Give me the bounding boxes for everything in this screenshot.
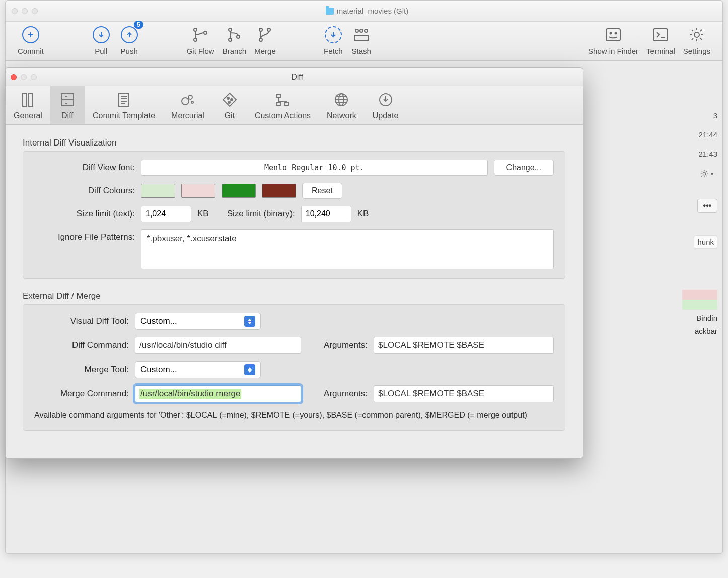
font-label: Diff View font: (34, 163, 135, 173)
svg-point-3 (229, 28, 232, 31)
tab-update[interactable]: Update (365, 86, 407, 124)
traffic-lights (11, 74, 37, 80)
colours-label: Diff Colours: (34, 186, 135, 196)
bg-text: 21:43 (698, 150, 717, 158)
branch-button[interactable]: Branch (221, 25, 249, 55)
bg-text: 3 (713, 111, 717, 120)
colour-swatch-added-dark[interactable] (222, 184, 256, 198)
svg-rect-21 (119, 93, 129, 106)
merge-command-value: /usr/local/bin/studio merge (139, 389, 241, 399)
bg-text: 21:44 (698, 130, 717, 139)
size-text-label: Size limit (text): (34, 209, 135, 219)
colour-swatch-removed-dark[interactable] (262, 184, 296, 198)
mercurial-icon (179, 91, 197, 108)
svg-rect-28 (276, 94, 280, 97)
pull-label: Pull (95, 47, 107, 55)
show-in-finder-button[interactable]: Show in Finder (586, 25, 640, 55)
chevron-updown-icon (244, 316, 255, 327)
actions-icon (273, 91, 292, 108)
svg-point-23 (188, 95, 192, 99)
finder-label: Show in Finder (588, 47, 638, 55)
external-diff-panel: Visual Diff Tool: Custom... Diff Command… (23, 304, 565, 431)
push-label: Push (121, 47, 138, 55)
svg-point-4 (229, 38, 232, 41)
fetch-label: Fetch (324, 47, 343, 55)
settings-button[interactable]: Settings (681, 25, 712, 55)
tab-mercurial[interactable]: Mercurial (163, 86, 212, 124)
stash-label: Stash (352, 47, 371, 55)
svg-point-10 (360, 29, 363, 32)
commit-button[interactable]: Commit (16, 25, 46, 55)
prefs-titlebar: Diff (6, 68, 583, 86)
change-font-button[interactable]: Change... (494, 160, 554, 176)
size-text-input[interactable] (141, 206, 191, 222)
tab-label: Custom Actions (255, 111, 311, 120)
svg-point-27 (228, 101, 230, 103)
svg-rect-29 (276, 102, 280, 105)
tab-commit-template[interactable]: Commit Template (85, 86, 163, 124)
tab-diff[interactable]: Diff (50, 86, 85, 124)
tab-label: Git (225, 111, 235, 120)
colour-swatch-removed-light[interactable] (181, 184, 215, 198)
merge-command-input[interactable]: /usr/local/bin/studio merge (135, 385, 301, 402)
git-icon (221, 91, 239, 108)
diff-icon (58, 91, 77, 108)
svg-rect-19 (29, 93, 33, 106)
prefs-tabs: General Diff Commit Template Mercurial G… (6, 86, 583, 125)
terminal-button[interactable]: Terminal (644, 25, 677, 55)
stash-button[interactable]: Stash (349, 25, 374, 55)
help-text: Available command arguments for 'Other':… (34, 409, 554, 421)
commit-label: Commit (18, 47, 44, 55)
merge-button[interactable]: Merge (252, 25, 278, 55)
tab-label: General (14, 111, 42, 120)
zoom-icon[interactable] (32, 8, 38, 14)
visual-diff-label: Visual Diff Tool: (34, 316, 129, 326)
visual-diff-select[interactable]: Custom... (135, 313, 261, 330)
ignore-patterns-input[interactable] (141, 229, 554, 269)
size-bin-input[interactable] (301, 206, 351, 222)
tab-git[interactable]: Git (212, 86, 247, 124)
svg-point-8 (267, 28, 270, 31)
main-titlebar: material_movies (Git) (6, 1, 722, 22)
prefs-body: Internal Diff Visualization Diff View fo… (6, 125, 583, 458)
merge-command-label: Merge Command: (34, 389, 129, 399)
svg-point-26 (231, 99, 233, 101)
terminal-label: Terminal (646, 47, 675, 55)
tab-label: Update (373, 111, 399, 120)
font-display: Menlo Regular 10.0 pt. (141, 160, 488, 176)
merge-tool-select[interactable]: Custom... (135, 361, 261, 378)
minimize-icon[interactable] (22, 8, 28, 14)
zoom-icon[interactable] (31, 74, 37, 80)
svg-point-1 (194, 38, 197, 41)
svg-rect-12 (606, 29, 620, 41)
reset-colours-button[interactable]: Reset (302, 183, 342, 199)
minimize-icon[interactable] (21, 74, 27, 80)
tab-custom-actions[interactable]: Custom Actions (247, 86, 319, 124)
chevron-updown-icon (244, 364, 255, 375)
svg-point-24 (191, 101, 193, 103)
merge-arguments-input[interactable] (374, 385, 554, 402)
close-icon[interactable] (11, 74, 17, 80)
push-button[interactable]: Push (117, 25, 141, 55)
svg-rect-18 (23, 93, 27, 106)
tab-label: Commit Template (93, 111, 155, 120)
bg-text: Bindin (696, 314, 717, 322)
close-icon[interactable] (12, 8, 18, 14)
internal-diff-panel: Diff View font: Menlo Regular 10.0 pt. C… (23, 151, 565, 279)
svg-point-16 (694, 32, 699, 37)
bg-gear-dropdown[interactable]: ▾ (700, 169, 713, 178)
svg-point-0 (194, 28, 197, 31)
more-icon[interactable]: ••• (697, 199, 717, 213)
tab-general[interactable]: General (6, 86, 50, 124)
fetch-button[interactable]: Fetch (321, 25, 345, 55)
gitflow-label: Git Flow (187, 47, 214, 55)
settings-label: Settings (683, 47, 710, 55)
diff-command-input[interactable] (135, 337, 301, 354)
window-title-text: material_movies (Git) (337, 7, 409, 15)
gitflow-button[interactable]: Git Flow (185, 25, 216, 55)
diff-arguments-input[interactable] (374, 337, 554, 354)
pull-button[interactable]: Pull (89, 25, 113, 55)
hunk-button[interactable]: hunk (694, 235, 717, 249)
colour-swatch-added-light[interactable] (141, 184, 175, 198)
tab-network[interactable]: Network (319, 86, 365, 124)
